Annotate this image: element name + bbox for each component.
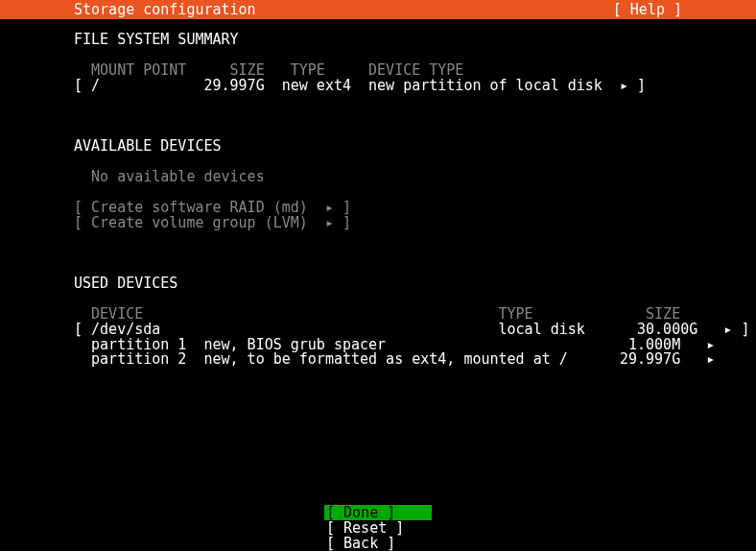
back-button[interactable]: [ Back ] — [324, 536, 432, 551]
filesystem-row[interactable]: [ / 29.997G new ext4 new partition of lo… — [74, 79, 756, 94]
done-button[interactable]: [ Done ] — [324, 505, 432, 520]
help-button[interactable]: [ Help ] — [613, 2, 682, 17]
main-content: FILE SYSTEM SUMMARY MOUNT POINT SIZE TYP… — [0, 19, 756, 368]
fs-row-size: 29.997G — [203, 77, 264, 94]
back-rbracket: ] — [387, 535, 395, 551]
chevron-right-icon: ▸ — [325, 214, 334, 231]
lvm-label: Create volume group (LVM) — [91, 214, 308, 231]
part2-name: partition 2 — [91, 350, 186, 368]
no-available-devices: No available devices — [74, 170, 756, 185]
part2-desc: new, to be formatted as ext4, mounted at… — [203, 350, 567, 368]
lvm-lbracket: [ — [74, 214, 83, 231]
used-devices-title: USED DEVICES — [74, 276, 756, 292]
back-lbracket: [ — [326, 535, 335, 551]
back-label: Back — [335, 535, 387, 551]
page-title: Storage configuration — [74, 2, 256, 17]
header-bar: Storage configuration [ Help ] — [0, 0, 756, 19]
button-group: [ Done ] [ Reset ] [ Back ] — [0, 505, 756, 551]
no-devices-text: No available devices — [91, 168, 265, 185]
partition2-row[interactable]: partition 2 new, to be formatted as ext4… — [74, 352, 756, 368]
fs-row-lbracket: [ — [74, 77, 83, 94]
reset-button[interactable]: [ Reset ] — [324, 520, 432, 536]
lvm-rbracket: ] — [343, 214, 351, 231]
create-lvm-button[interactable]: [ Create volume group (LVM) ▸ ] — [74, 216, 756, 231]
part2-size: 29.997G — [620, 350, 680, 368]
fs-row-rbracket: ] — [637, 77, 646, 94]
chevron-right-icon: ▸ — [706, 350, 715, 368]
available-devices-title: AVAILABLE DEVICES — [74, 139, 756, 155]
fs-row-mount: / — [91, 77, 100, 94]
reset-rbracket: ] — [395, 519, 404, 537]
chevron-right-icon: ▸ — [620, 77, 628, 94]
chevron-right-icon: ▸ — [723, 321, 732, 338]
fs-row-device: new partition of local disk — [368, 77, 602, 94]
filesystem-summary-title: FILE SYSTEM SUMMARY — [74, 33, 756, 48]
fs-row-type: new ext4 — [282, 77, 351, 94]
disk-rbracket: ] — [741, 321, 749, 338]
